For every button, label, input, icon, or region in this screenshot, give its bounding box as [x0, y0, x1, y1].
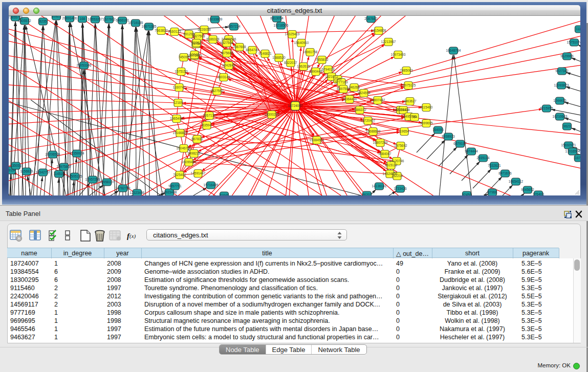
svg-text:9115460: 9115460	[420, 105, 433, 109]
svg-text:9327501: 9327501	[220, 41, 233, 45]
svg-text:1975692: 1975692	[394, 144, 407, 147]
svg-text:15751074: 15751074	[567, 40, 580, 44]
svg-text:10719185: 10719185	[128, 21, 143, 25]
svg-text:9227342: 9227342	[555, 69, 569, 73]
svg-text:1112: 1112	[576, 27, 580, 31]
svg-text:12093873: 12093873	[554, 83, 569, 87]
svg-text:1575153: 1575153	[175, 70, 188, 73]
svg-text:1615112: 1615112	[385, 163, 398, 167]
svg-text:22460546: 22460546	[222, 37, 236, 41]
svg-text:8186328: 8186328	[206, 37, 220, 41]
svg-text:19654: 19654	[400, 129, 409, 133]
svg-text:7632621: 7632621	[488, 164, 501, 167]
svg-text:39154: 39154	[9, 168, 16, 172]
svg-text:7663822: 7663822	[155, 29, 168, 32]
svg-text:6794028: 6794028	[321, 68, 335, 71]
svg-text:2367608: 2367608	[233, 45, 246, 49]
svg-text:2935114: 2935114	[477, 156, 490, 160]
svg-text:3824554: 3824554	[357, 91, 371, 95]
svg-text:43362: 43362	[192, 41, 201, 45]
svg-text:9777169: 9777169	[335, 80, 348, 84]
svg-text:3498222: 3498222	[187, 151, 201, 155]
svg-text:746266: 746266	[349, 85, 360, 89]
svg-text:14591447: 14591447	[191, 171, 206, 175]
svg-text:8454749: 8454749	[246, 48, 259, 52]
svg-text:20891406: 20891406	[62, 16, 77, 20]
svg-text:17359924: 17359924	[70, 151, 84, 155]
svg-text:10807487: 10807487	[371, 98, 385, 102]
svg-text:2087662: 2087662	[364, 17, 378, 20]
svg-text:10553267: 10553267	[88, 17, 103, 21]
svg-text:12975125: 12975125	[401, 83, 416, 87]
svg-text:976403: 976403	[533, 192, 544, 195]
svg-text:6466160: 6466160	[116, 18, 129, 22]
svg-text:81646: 81646	[220, 193, 229, 195]
svg-text:745093: 745093	[178, 55, 189, 59]
svg-text:16807249: 16807249	[373, 141, 388, 144]
svg-text:10046: 10046	[190, 53, 199, 56]
svg-text:1588520: 1588520	[272, 56, 286, 59]
svg-text:9084067: 9084067	[378, 152, 391, 156]
svg-text:14120746: 14120746	[389, 159, 404, 163]
svg-text:15720407: 15720407	[361, 119, 376, 122]
svg-text:87968: 87968	[488, 190, 497, 194]
svg-text:8235: 8235	[39, 19, 47, 23]
svg-text:15716485: 15716485	[204, 183, 219, 187]
svg-text:114519: 114519	[53, 172, 64, 176]
svg-text:10654112: 10654112	[509, 180, 524, 183]
svg-text:19384554: 19384554	[310, 138, 324, 142]
svg-text:8215955: 8215955	[540, 106, 553, 110]
svg-text:1362615: 1362615	[297, 64, 310, 68]
svg-text:16033809: 16033809	[208, 17, 223, 21]
svg-text:16099489: 16099489	[182, 160, 197, 164]
svg-text:867833: 867833	[191, 137, 203, 141]
svg-text:20206536: 20206536	[46, 152, 60, 156]
svg-text:116753: 116753	[573, 156, 580, 160]
svg-text:9857791: 9857791	[168, 184, 182, 188]
svg-text:12169: 12169	[173, 101, 183, 104]
svg-text:12505135: 12505135	[68, 174, 82, 178]
svg-text:1405572: 1405572	[18, 19, 31, 23]
svg-text:16671385: 16671385	[142, 25, 157, 28]
svg-text:23053346: 23053346	[77, 63, 92, 67]
svg-text:19218506: 19218506	[274, 24, 289, 27]
svg-text:1160742: 1160742	[173, 85, 186, 89]
svg-text:1733426: 1733426	[394, 187, 407, 190]
svg-text:17957255: 17957255	[85, 178, 100, 181]
svg-text:9242848: 9242848	[222, 63, 235, 67]
svg-text:7857224: 7857224	[227, 25, 241, 28]
svg-text:9245652: 9245652	[521, 188, 534, 191]
svg-text:8990448: 8990448	[309, 70, 322, 73]
svg-text:7485063: 7485063	[400, 69, 413, 72]
svg-text:2025438: 2025438	[397, 108, 410, 112]
svg-text:56203: 56203	[362, 193, 372, 195]
svg-text:16782759: 16782759	[116, 186, 130, 190]
svg-text:7625402: 7625402	[173, 173, 186, 177]
svg-text:53594: 53594	[202, 123, 211, 127]
svg-text:9427552: 9427552	[210, 89, 224, 93]
svg-text:10958107: 10958107	[100, 180, 115, 184]
svg-text:168: 168	[80, 17, 85, 20]
svg-text:3675685: 3675685	[220, 51, 233, 55]
svg-text:3267130: 3267130	[203, 114, 216, 117]
svg-text:92450: 92450	[462, 193, 471, 195]
svg-text:17016504: 17016504	[565, 149, 580, 153]
svg-text:964: 964	[412, 115, 418, 119]
svg-text:16046736: 16046736	[177, 146, 191, 150]
svg-text:8938923: 8938923	[442, 135, 455, 138]
svg-text:10921: 10921	[52, 16, 61, 18]
svg-text:1156829: 1156829	[20, 169, 33, 173]
svg-text:12923448: 12923448	[162, 190, 177, 194]
svg-text:10688609: 10688609	[366, 129, 381, 133]
svg-text:5226058: 5226058	[198, 28, 211, 31]
svg-text:12323446: 12323446	[130, 191, 145, 194]
svg-text:15640910: 15640910	[294, 41, 309, 45]
svg-text:20364436: 20364436	[342, 97, 357, 101]
svg-text:16210643: 16210643	[553, 115, 568, 118]
svg-text:9474444: 9474444	[465, 149, 478, 153]
svg-text:12213967: 12213967	[381, 40, 396, 43]
svg-text:1527602: 1527602	[102, 17, 116, 21]
svg-text:18724007: 18724007	[288, 104, 303, 107]
svg-text:252214: 252214	[391, 174, 403, 178]
svg-text:18300295: 18300295	[265, 113, 279, 116]
